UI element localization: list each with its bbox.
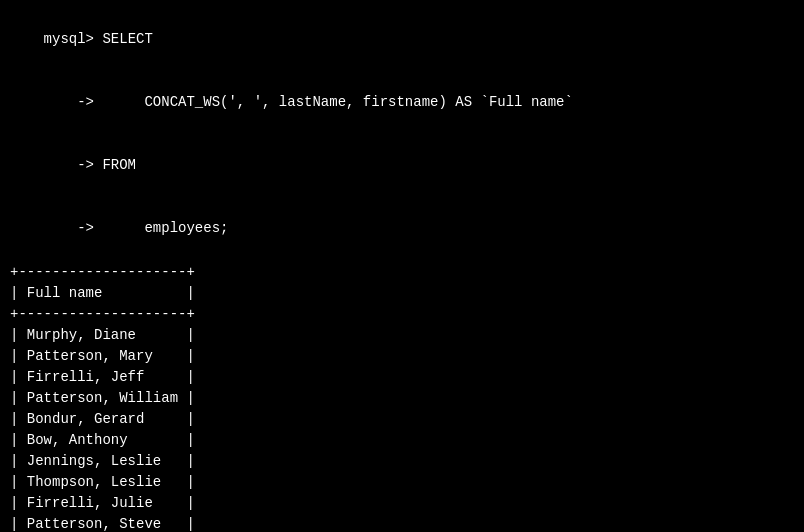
prompt-label: mysql> bbox=[44, 31, 94, 47]
table-row: | Jennings, Leslie | bbox=[10, 451, 794, 472]
table-border-top: +--------------------+ bbox=[10, 262, 794, 283]
query-line-2: -> CONCAT_WS(', ', lastName, firstname) … bbox=[10, 71, 794, 134]
table-row: | Patterson, Mary | bbox=[10, 346, 794, 367]
query-employees: -> employees; bbox=[44, 220, 229, 236]
table-rows: | Murphy, Diane || Patterson, Mary || Fi… bbox=[10, 325, 794, 532]
table-header: | Full name | bbox=[10, 283, 794, 304]
table-row: | Bondur, Gerard | bbox=[10, 409, 794, 430]
table-row: | Firrelli, Jeff | bbox=[10, 367, 794, 388]
query-from: -> FROM bbox=[44, 157, 136, 173]
table-row: | Murphy, Diane | bbox=[10, 325, 794, 346]
table-row: | Bow, Anthony | bbox=[10, 430, 794, 451]
terminal: mysql> SELECT -> CONCAT_WS(', ', lastNam… bbox=[0, 0, 804, 532]
query-line-1: mysql> SELECT bbox=[10, 8, 794, 71]
query-line-3: -> FROM bbox=[10, 134, 794, 197]
result-table: +--------------------+ | Full name | +--… bbox=[10, 262, 794, 532]
table-row: | Firrelli, Julie | bbox=[10, 493, 794, 514]
query-select: SELECT bbox=[94, 31, 153, 47]
query-line-4: -> employees; bbox=[10, 197, 794, 260]
table-row: | Patterson, Steve | bbox=[10, 514, 794, 532]
table-row: | Patterson, William | bbox=[10, 388, 794, 409]
table-row: | Thompson, Leslie | bbox=[10, 472, 794, 493]
table-border-mid: +--------------------+ bbox=[10, 304, 794, 325]
query-concat: -> CONCAT_WS(', ', lastName, firstname) … bbox=[44, 94, 573, 110]
